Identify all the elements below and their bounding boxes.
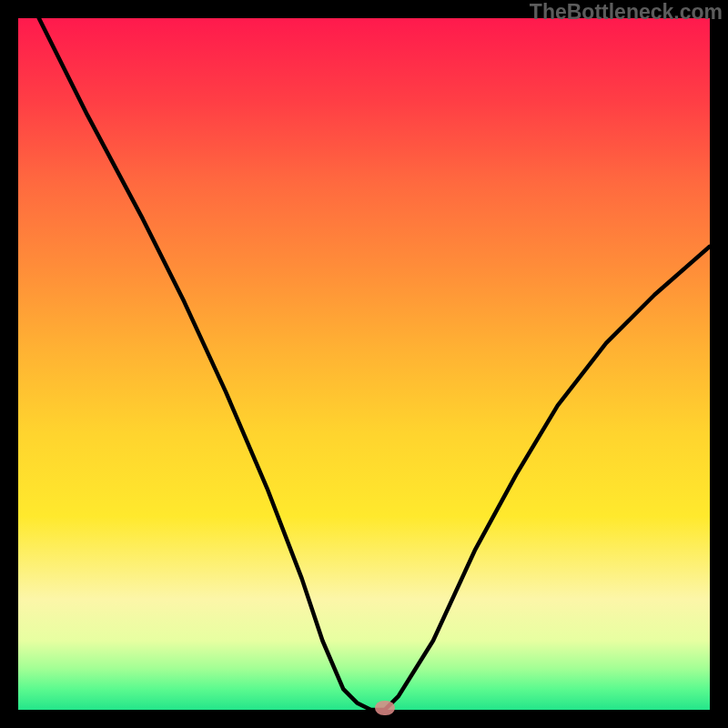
optimal-point-marker bbox=[375, 701, 395, 715]
watermark-text: TheBottleneck.com bbox=[530, 0, 723, 25]
curve-path bbox=[39, 18, 710, 710]
gradient-plot-area bbox=[18, 18, 710, 710]
bottleneck-curve bbox=[18, 18, 710, 710]
